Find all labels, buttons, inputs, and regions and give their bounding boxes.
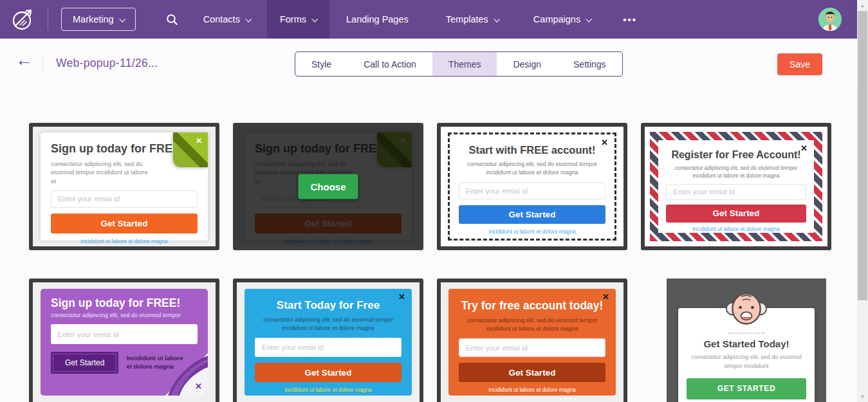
popup-preview: ✕ Start with FREE account! consectetur a… (448, 132, 616, 241)
primary-nav: Contacts Forms Landing Pages Templates C… (187, 0, 650, 39)
nav-item-more[interactable]: ••• (610, 0, 650, 39)
nav-item-contacts[interactable]: Contacts (190, 0, 263, 39)
themes-gallery: Sign up today for FREE consectetur adipi… (29, 123, 831, 402)
nav-item-campaigns[interactable]: Campaigns (521, 0, 604, 39)
close-icon: ✕ (602, 293, 609, 301)
editor-tabs: Style Call to Action Themes Design Setti… (295, 51, 623, 77)
user-avatar[interactable] (818, 8, 842, 31)
theme-tile-orange-solid[interactable]: ✕ Try for free account today! consectetu… (437, 279, 627, 402)
popup-preview: ✕ Try for free account today! consectetu… (448, 289, 616, 396)
popup-link-text: Incididunt ut labore et dolore magna (51, 238, 198, 244)
scrollbar-thumb[interactable] (858, 11, 867, 300)
chevron-down-icon (586, 15, 592, 22)
vertical-scrollbar[interactable]: ▲ ▼ (857, 0, 868, 402)
theme-tile-purple-fold[interactable]: Sign up today for FREE! consectetur adip… (29, 279, 219, 402)
popup-preview: Get Started Today! consectetur adipiscin… (678, 308, 815, 402)
top-nav: Marketing Contacts Forms Landing Pages T… (0, 0, 857, 39)
chevron-down-icon (245, 15, 252, 22)
close-icon: ✕ (800, 144, 808, 152)
back-arrow-button[interactable]: ← (15, 51, 33, 69)
close-icon: ✕ (601, 138, 608, 147)
popup-preview: ✕ Register for Free Account! consectetur… (658, 140, 814, 233)
tab-settings[interactable]: Settings (557, 52, 622, 76)
popup-description: consectetur adipiscing elit, sed do eius… (51, 160, 149, 185)
title-divider (42, 55, 43, 72)
search-icon (165, 13, 179, 26)
scroll-down-arrow-icon[interactable]: ▼ (857, 391, 868, 402)
get-started-button-preview: Get Started (51, 352, 118, 374)
nav-divider (48, 8, 48, 30)
squiggle-divider (728, 333, 764, 334)
email-field-preview: Enter your emial id (51, 190, 198, 208)
app-switcher-label: Marketing (73, 14, 114, 24)
theme-tile-sky-blue-orange[interactable]: ✕ Start Today for Free consectetur adipi… (233, 279, 423, 402)
old-man-illustration (725, 286, 768, 329)
chevron-down-icon (311, 15, 318, 22)
nav-item-landing-pages[interactable]: Landing Pages (333, 0, 421, 39)
save-button[interactable]: Save (777, 53, 822, 75)
page-title: Web-popup-11/26... (56, 57, 158, 70)
close-icon: ✕ (398, 293, 405, 301)
theme-tile-classic-white-orange[interactable]: Sign up today for FREE consectetur adipi… (29, 123, 219, 250)
ellipsis-icon: ••• (623, 14, 637, 25)
popup-preview: ✕ Start Today for Free consectetur adipi… (245, 289, 412, 396)
app-logo-icon[interactable] (10, 6, 37, 33)
app-switcher-button[interactable]: Marketing (61, 8, 136, 31)
popup-preview: Sign up today for FREE! consectetur adip… (41, 289, 208, 396)
popup-preview: Sign up today for FREE consectetur adipi… (41, 132, 208, 241)
choose-button[interactable]: Choose (298, 174, 358, 199)
theme-tile-dashed-border-blue[interactable]: ✕ Start with FREE account! consectetur a… (437, 123, 627, 250)
scroll-up-arrow-icon[interactable]: ▲ (857, 0, 868, 11)
nav-item-forms[interactable]: Forms (267, 0, 329, 39)
theme-tile-old-man-green[interactable]: Get Started Today! consectetur adipiscin… (641, 279, 831, 402)
chevron-down-icon (494, 15, 500, 22)
close-icon: ✕ (195, 381, 202, 391)
tab-call-to-action[interactable]: Call to Action (347, 52, 432, 76)
tab-themes[interactable]: Themes (432, 52, 497, 76)
search-button[interactable] (165, 13, 179, 26)
theme-tile-airmail-red[interactable]: ✕ Register for Free Account! consectetur… (641, 123, 831, 250)
chevron-down-icon (119, 15, 125, 22)
get-started-button-preview: Get Started (51, 214, 198, 233)
corner-ribbon: ✕ (173, 132, 208, 167)
page-header: ← Web-popup-11/26... Style Call to Actio… (0, 39, 857, 87)
nav-item-templates[interactable]: Templates (433, 0, 512, 39)
get-started-button-preview: GET STARTED (687, 378, 806, 399)
tab-style[interactable]: Style (295, 52, 347, 76)
theme-tile-classic-white-orange-hovered[interactable]: Sign up today for FREE consectetur adipi… (233, 123, 423, 250)
close-icon: ✕ (196, 136, 202, 145)
tab-design[interactable]: Design (497, 52, 557, 76)
